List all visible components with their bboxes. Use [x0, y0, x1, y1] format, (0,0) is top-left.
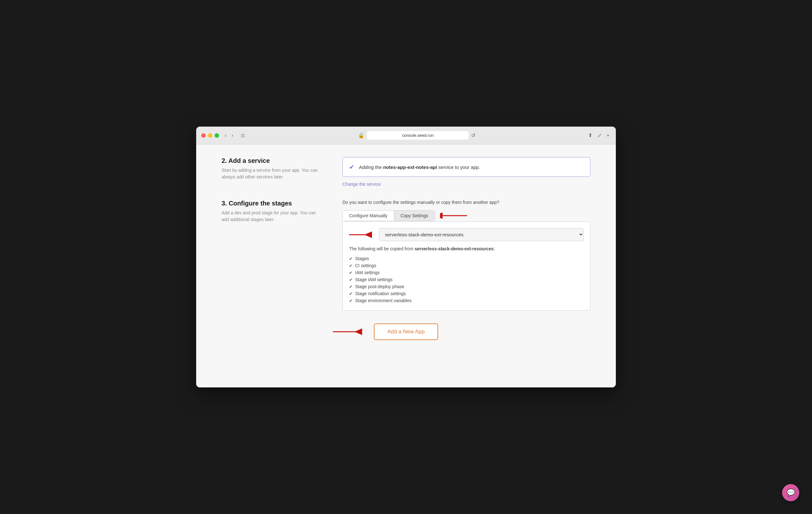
check-icon-post-deploy: ✔ [349, 284, 353, 289]
close-button[interactable] [201, 133, 206, 138]
copy-from-text: The following will be copied from server… [349, 246, 584, 251]
list-item: ✔ Stage environment variables [349, 297, 584, 304]
add-service-section: 2. Add a service Start by adding a servi… [222, 157, 590, 187]
configure-tab-group: Configure Manually Copy Settings [342, 210, 435, 221]
configure-stages-section: 3. Configure the stages Add a dev and pr… [222, 200, 590, 311]
chat-bubble-button[interactable]: 💬 [782, 484, 799, 501]
new-tab-button[interactable]: + [605, 131, 611, 140]
check-icon-notification: ✔ [349, 291, 353, 296]
section3-title: 3. Configure the stages [222, 200, 323, 207]
maximize-button[interactable] [214, 133, 219, 138]
copy-item-notification: Stage notification settings [355, 291, 406, 296]
copy-from-app-name: serverless-stack-demo-ext-resources [414, 246, 493, 251]
service-name: notes-app-ext-notes-api [383, 165, 437, 170]
browser-window: ‹ › ⊡ 🔒 ↺ ⬆ ⤢ + 2. Add a service Start b… [196, 126, 616, 388]
change-service-link[interactable]: Change the service [342, 181, 381, 187]
section3-content: Do you want to configure the settings ma… [342, 200, 590, 311]
check-icon-stage-iam: ✔ [349, 277, 353, 282]
list-item: ✔ IAM settings [349, 269, 584, 276]
browser-chrome: ‹ › ⊡ 🔒 ↺ ⬆ ⤢ + [196, 126, 616, 144]
section3-description: Add a dev and prod stage for your app. Y… [222, 209, 323, 223]
add-new-app-button[interactable]: Add a New App [374, 323, 438, 340]
address-bar: 🔒 ↺ [251, 131, 583, 140]
copy-items-list: ✔ Stages ✔ CI settings ✔ IAM settings [349, 255, 584, 304]
section2-content: ✔ Adding the notes-app-ext-notes-api ser… [342, 157, 590, 187]
list-item: ✔ CI settings [349, 262, 584, 269]
tab-configure-manually[interactable]: Configure Manually [343, 210, 394, 221]
list-item: ✔ Stage notification settings [349, 290, 584, 297]
section2-description: Start by adding a service from your app.… [222, 167, 323, 180]
check-icon-ci: ✔ [349, 263, 353, 268]
copy-item-iam: IAM settings [355, 270, 380, 275]
share-button[interactable]: ⬆ [587, 131, 593, 140]
lock-icon: 🔒 [358, 132, 364, 138]
service-notice-box: ✔ Adding the notes-app-ext-notes-api ser… [342, 157, 590, 177]
app-select-dropdown[interactable]: serverless-stack-demo-ext-resourcesserve… [379, 228, 584, 241]
arrow-select-app [349, 229, 375, 240]
checkmark-icon: ✔ [349, 163, 354, 171]
reload-button[interactable]: ↺ [471, 132, 475, 138]
tab-toggle-button[interactable]: ⊡ [239, 132, 247, 139]
check-icon-stages: ✔ [349, 256, 353, 261]
copy-item-stages: Stages [355, 256, 369, 261]
back-button[interactable]: ‹ [223, 131, 228, 140]
browser-actions: ⬆ ⤢ + [587, 131, 611, 140]
tab-copy-settings[interactable]: Copy Settings [394, 210, 435, 221]
traffic-lights [201, 133, 219, 138]
url-input[interactable] [367, 131, 469, 140]
list-item: ✔ Stages [349, 255, 584, 262]
forward-button[interactable]: › [230, 131, 235, 140]
add-app-section: Add a New App [222, 323, 590, 340]
copy-item-env: Stage environment variables [355, 298, 411, 303]
check-icon-env: ✔ [349, 298, 353, 303]
list-item: ✔ Stage post-deploy phase [349, 283, 584, 290]
arrow-copy-settings [440, 210, 469, 221]
fullscreen-button[interactable]: ⤢ [596, 131, 603, 140]
chat-icon: 💬 [787, 489, 795, 497]
section2-label: 2. Add a service Start by adding a servi… [222, 157, 323, 187]
arrow-add-app [333, 325, 365, 338]
copy-settings-panel: serverless-stack-demo-ext-resourcesserve… [342, 221, 590, 311]
configure-question: Do you want to configure the settings ma… [342, 200, 590, 205]
section3-label: 3. Configure the stages Add a dev and pr… [222, 200, 323, 311]
minimize-button[interactable] [208, 133, 212, 138]
list-item: ✔ Stage IAM settings [349, 276, 584, 283]
check-icon-iam: ✔ [349, 270, 353, 275]
copy-item-post-deploy: Stage post-deploy phase [355, 284, 404, 289]
nav-buttons: ‹ › [223, 131, 235, 140]
copy-item-ci: CI settings [355, 263, 376, 268]
copy-item-stage-iam: Stage IAM settings [355, 277, 393, 282]
service-notice-text: Adding the notes-app-ext-notes-api servi… [359, 165, 480, 170]
page-content: 2. Add a service Start by adding a servi… [196, 144, 616, 388]
section2-title: 2. Add a service [222, 157, 323, 165]
